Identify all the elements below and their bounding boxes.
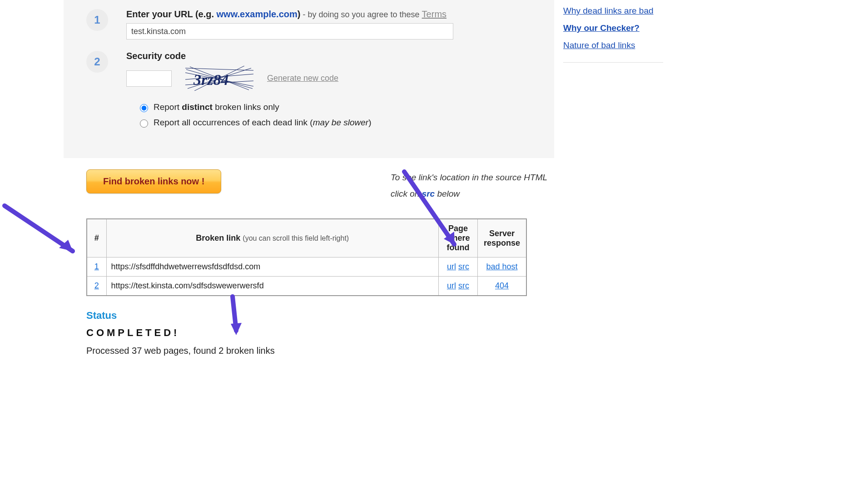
row-src-link[interactable]: src (458, 262, 469, 271)
sidebar-link-nature-of-bad-links[interactable]: Nature of bad links (563, 37, 663, 54)
svg-line-7 (185, 68, 253, 70)
th-resp-l1: Server (481, 229, 522, 238)
hint-text: To see link's location in the source HTM… (391, 169, 547, 202)
hint-line-2-pre: click on (391, 189, 422, 198)
th-where-l3: found (442, 243, 474, 252)
row-broken-link: https://test.kinsta.com/sdfsdswewerwersf… (106, 277, 438, 296)
url-input[interactable] (126, 23, 453, 40)
th-broken-link-main: Broken link (196, 233, 240, 243)
svg-line-8 (5, 206, 73, 251)
radio-all-em: may be slower (313, 118, 369, 127)
table-row: 2 https://test.kinsta.com/sdfsdswewerwer… (87, 277, 526, 296)
status-completed: COMPLETED! (86, 327, 531, 339)
radio-all-post: ) (368, 118, 371, 127)
step-2: 2 Security code (86, 51, 531, 133)
find-broken-links-button[interactable]: Find broken links now ! (86, 169, 221, 193)
step-1-label-eg: www.example.com (217, 9, 298, 19)
results-table: # Broken link (you can scroll this field… (86, 218, 527, 296)
radio-all[interactable]: Report all occurrences of each dead link… (138, 118, 531, 128)
form-panel: 1 Enter your URL (e.g. www.example.com) … (64, 0, 554, 158)
status-block: Status COMPLETED! Processed 37 web pages… (86, 310, 531, 356)
security-code-input[interactable] (126, 70, 172, 87)
radio-all-input[interactable] (140, 119, 148, 128)
sidebar-link-why-our-checker[interactable]: Why our Checker? (563, 20, 663, 37)
step-2-badge: 2 (86, 51, 108, 73)
row-url-link[interactable]: url (447, 281, 456, 290)
radio-distinct-post: broken links only (213, 102, 279, 112)
sidebar-link-why-dead-links[interactable]: Why dead links are bad (563, 2, 663, 20)
step-1-badge: 1 (86, 9, 108, 31)
th-where-l1: Page (442, 224, 474, 233)
row-broken-link: https://sfsdffdhdwetwerrewsfdsdfdsd.com (106, 257, 438, 277)
th-number: # (87, 219, 106, 257)
hint-line-1: To see link's location in the source HTM… (391, 169, 547, 186)
step-1-label-pre: Enter your URL (e.g. (126, 9, 217, 19)
th-page-where-found: Page where found (438, 219, 477, 257)
step-1-heading: Enter your URL (e.g. www.example.com) - … (126, 9, 531, 20)
th-resp-l2: response (481, 238, 522, 248)
radio-all-pre: Report all occurrences of each dead link… (154, 118, 313, 127)
status-title: Status (86, 310, 531, 322)
annotation-arrow-icon (0, 201, 95, 262)
step-1: 1 Enter your URL (e.g. www.example.com) … (86, 9, 531, 40)
row-response-link[interactable]: 404 (495, 281, 509, 290)
sidebar: Why dead links are bad Why our Checker? … (563, 0, 663, 374)
row-response-link[interactable]: bad host (486, 262, 517, 271)
row-src-link[interactable]: src (458, 281, 469, 290)
th-broken-link-sub: (you can scroll this field left-right) (243, 234, 349, 242)
step-2-heading: Security code (126, 51, 531, 61)
step-1-sub: - by doing so you agree to these (300, 10, 422, 19)
results-area: Find broken links now ! To see link's lo… (64, 158, 554, 374)
radio-distinct[interactable]: Report distinct broken links only (138, 102, 531, 112)
status-summary: Processed 37 web pages, found 2 broken l… (86, 346, 531, 356)
row-number-link[interactable]: 1 (94, 262, 99, 271)
table-row: 1 https://sfsdffdhdwetwerrewsfdsdfdsd.co… (87, 257, 526, 277)
radio-distinct-input[interactable] (140, 104, 148, 112)
radio-distinct-bold: distinct (182, 102, 213, 112)
row-number-link[interactable]: 2 (94, 281, 99, 290)
captcha-image: 3rz84 (185, 66, 253, 91)
th-where-l2: where (442, 233, 474, 243)
hint-line-2-src: src (422, 189, 435, 198)
report-mode-group: Report distinct broken links only Report… (138, 102, 531, 128)
hint-line-2-post: below (435, 189, 460, 198)
th-server-response: Server response (477, 219, 526, 257)
captcha-text: 3rz84 (193, 71, 228, 88)
row-url-link[interactable]: url (447, 262, 456, 271)
generate-code-link[interactable]: Generate new code (267, 74, 338, 83)
step-2-label: Security code (126, 51, 186, 61)
th-broken-link: Broken link (you can scroll this field l… (106, 219, 438, 257)
terms-link[interactable]: Terms (422, 9, 446, 19)
svg-marker-9 (59, 240, 73, 251)
radio-distinct-pre: Report (154, 102, 182, 112)
sidebar-divider (563, 62, 663, 63)
